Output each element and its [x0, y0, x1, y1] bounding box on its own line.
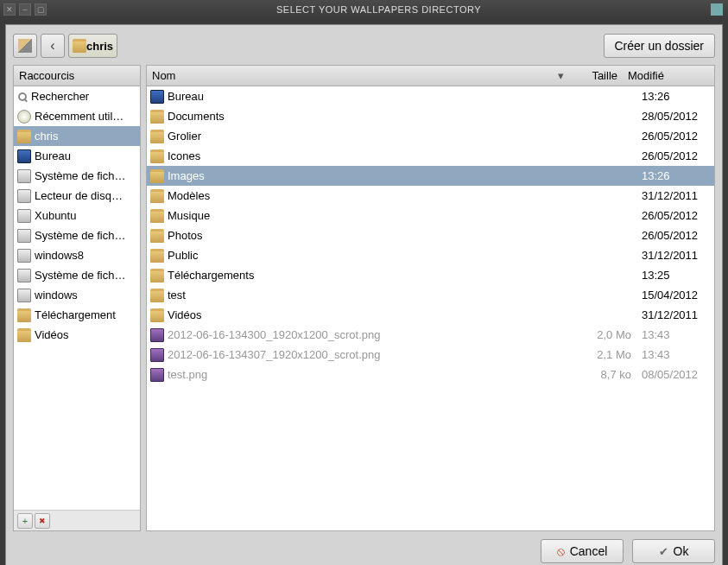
file-name: 2012-06-16-134307_1920x1200_scrot.png [168, 348, 380, 361]
file-list-header: Nom ▾ Taille Modifié [147, 66, 714, 86]
file-name: Public [168, 249, 198, 262]
file-size: 2,0 Mo [583, 328, 636, 341]
file-modified: 13:26 [636, 169, 714, 182]
file-row[interactable]: Images13:26 [147, 166, 714, 186]
sidebar-item-label: Système de fich… [35, 229, 126, 242]
sidebar-item-label: Système de fich… [35, 169, 126, 182]
sidebar-item[interactable]: Système de fich… [14, 225, 140, 245]
sidebar-item-label: Téléchargement [35, 308, 116, 321]
file-modified: 15/04/2012 [636, 289, 714, 302]
sidebar-item[interactable]: Récemment util… [14, 106, 140, 126]
image-icon [150, 368, 164, 382]
ok-button[interactable]: ✔ Ok [632, 539, 715, 563]
file-name: test.png [168, 368, 207, 381]
folder-icon [150, 189, 164, 203]
path-segment-label: chris [86, 40, 113, 53]
folder-icon [150, 308, 164, 322]
file-name: Icones [168, 149, 200, 162]
sidebar-item[interactable]: Lecteur de disq… [14, 186, 140, 206]
file-row[interactable]: Vidéos31/12/2011 [147, 305, 714, 325]
file-modified: 26/05/2012 [636, 149, 714, 162]
file-row[interactable]: Téléchargements13:25 [147, 265, 714, 285]
column-size-header[interactable]: Taille [569, 69, 623, 82]
drive-icon [17, 269, 31, 282]
sidebar-item[interactable]: Bureau [14, 146, 140, 166]
sidebar-list: RechercherRécemment util…chrisBureauSyst… [14, 86, 140, 510]
recent-icon [17, 110, 31, 124]
folder-icon [150, 130, 164, 143]
sidebar-item[interactable]: Rechercher [14, 86, 140, 106]
file-row[interactable]: Documents28/05/2012 [147, 106, 714, 126]
column-modified-header[interactable]: Modifié [623, 69, 700, 82]
window-controls: ✕ – ▢ [0, 3, 47, 16]
file-list: Bureau13:26Documents28/05/2012Grolier26/… [147, 86, 714, 530]
file-name: Images [168, 169, 205, 182]
sidebar-item[interactable]: windows [14, 285, 140, 305]
file-row[interactable]: Modèles31/12/2011 [147, 186, 714, 206]
sidebar-item-label: Système de fich… [35, 269, 126, 282]
sidebar-item[interactable]: windows8 [14, 245, 140, 265]
drive-icon [17, 229, 31, 243]
sidebar-header[interactable]: Raccourcis [14, 66, 140, 86]
file-name: Bureau [168, 90, 204, 103]
path-segment-button[interactable]: chris [68, 34, 117, 58]
plus-icon: + [22, 516, 28, 526]
sidebar-item[interactable]: Système de fich… [14, 166, 140, 186]
file-modified: 13:26 [636, 90, 714, 103]
file-row[interactable]: Public31/12/2011 [147, 245, 714, 265]
remove-icon: ✖ [39, 517, 46, 525]
dialog-body: chris Créer un dossier Raccourcis Recher… [5, 24, 723, 565]
file-row[interactable]: test.png8,7 ko08/05/2012 [147, 365, 714, 384]
desktop-icon [17, 149, 31, 163]
file-row[interactable]: Grolier26/05/2012 [147, 126, 714, 146]
desktop-icon [150, 90, 164, 104]
add-bookmark-button[interactable]: + [17, 513, 33, 529]
file-row[interactable]: Photos26/05/2012 [147, 225, 714, 245]
close-window-button[interactable]: ✕ [3, 3, 16, 16]
cancel-icon: ⦸ [557, 544, 565, 559]
folder-icon [150, 269, 164, 282]
sidebar-item[interactable]: chris [14, 126, 140, 146]
maximize-window-button[interactable]: ▢ [35, 3, 47, 16]
create-folder-button[interactable]: Créer un dossier [604, 34, 716, 58]
file-name: Photos [168, 229, 202, 242]
minimize-window-button[interactable]: – [19, 3, 31, 16]
edit-path-button[interactable] [13, 34, 37, 58]
sidebar-item[interactable]: Vidéos [14, 325, 140, 345]
ok-label: Ok [674, 544, 689, 558]
file-row[interactable]: Musique26/05/2012 [147, 206, 714, 225]
sidebar: Raccourcis RechercherRécemment util…chri… [13, 65, 141, 531]
file-modified: 13:43 [636, 328, 714, 341]
file-row[interactable]: 2012-06-16-134307_1920x1200_scrot.png2,1… [147, 345, 714, 365]
column-name-header[interactable]: Nom [147, 69, 552, 82]
file-name: Musique [168, 209, 210, 222]
sidebar-footer: + ✖ [14, 510, 140, 530]
sidebar-item-label: windows8 [35, 249, 84, 262]
file-modified: 08/05/2012 [636, 368, 714, 381]
cancel-button[interactable]: ⦸ Cancel [541, 539, 624, 563]
back-button[interactable] [41, 34, 65, 58]
sidebar-item-label: Récemment util… [35, 110, 123, 123]
file-row[interactable]: 2012-06-16-134300_1920x1200_scrot.png2,0… [147, 325, 714, 345]
drive-icon [17, 209, 31, 223]
drive-icon [17, 169, 31, 183]
remove-bookmark-button[interactable]: ✖ [35, 513, 50, 529]
drive-icon [17, 189, 31, 203]
sort-indicator-icon[interactable]: ▾ [552, 69, 569, 82]
file-row[interactable]: Bureau13:26 [147, 86, 714, 106]
toolbar: chris Créer un dossier [13, 32, 715, 60]
file-modified: 28/05/2012 [636, 110, 714, 123]
file-row[interactable]: test15/04/2012 [147, 285, 714, 305]
sidebar-item[interactable]: Téléchargement [14, 305, 140, 325]
sidebar-item-label: Bureau [35, 149, 71, 162]
file-modified: 26/05/2012 [636, 229, 714, 242]
sidebar-item[interactable]: Xubuntu [14, 206, 140, 225]
sidebar-item-label: windows [35, 289, 78, 302]
file-modified: 26/05/2012 [636, 130, 714, 143]
image-icon [150, 328, 164, 342]
sidebar-item[interactable]: Système de fich… [14, 265, 140, 285]
folder-icon [150, 249, 164, 263]
sidebar-item-label: chris [35, 130, 58, 143]
file-row[interactable]: Icones26/05/2012 [147, 146, 714, 166]
file-modified: 31/12/2011 [636, 308, 714, 321]
